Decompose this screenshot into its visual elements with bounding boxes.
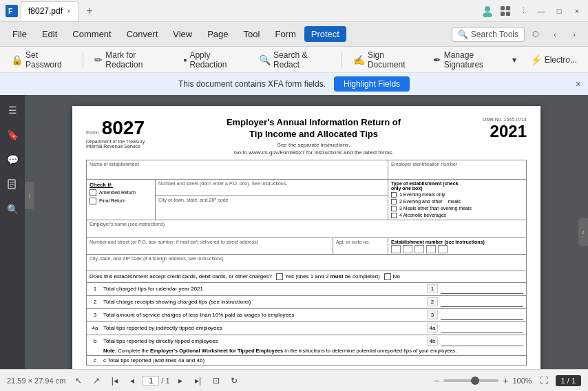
electronic-button[interactable]: ⚡ Electro... bbox=[525, 52, 582, 68]
back-icon[interactable]: ‹ bbox=[547, 26, 563, 43]
city-field[interactable] bbox=[158, 202, 385, 211]
navigation-controls: ↖ ↗ |◂ ◂ / 1 ▸ ▸| ⊡ ↻ bbox=[71, 373, 241, 388]
maximize-button[interactable]: □ bbox=[551, 3, 567, 19]
mailing-field[interactable] bbox=[90, 244, 330, 253]
zoom-level-label: 100% bbox=[512, 377, 532, 385]
menu-form[interactable]: Form bbox=[268, 26, 302, 42]
est-number-boxes[interactable] bbox=[391, 244, 523, 253]
line-4b-code: 4b bbox=[427, 337, 438, 346]
apt-field[interactable] bbox=[336, 244, 385, 253]
line-4a-row: 4a Total tips reported by indirectly tip… bbox=[87, 322, 526, 335]
menu-edit[interactable]: Edit bbox=[35, 26, 64, 42]
fullscreen-button[interactable]: ⛶ bbox=[536, 373, 552, 388]
line-1-row: 1 Total charged tips for calendar year 2… bbox=[87, 283, 526, 296]
est-type-label: Type of establishment (checkonly one box… bbox=[391, 181, 523, 191]
manage-signatures-button[interactable]: ✒ Manage Signatures ▾ bbox=[428, 47, 522, 72]
document-area: Form 8027 Department of the Treasury Int… bbox=[25, 95, 588, 369]
menu-file[interactable]: File bbox=[6, 26, 34, 42]
menu-view[interactable]: View bbox=[166, 26, 199, 42]
close-button[interactable]: × bbox=[569, 3, 585, 19]
employer-id-field[interactable] bbox=[391, 167, 523, 178]
sidebar-bookmark-icon[interactable]: 🔖 bbox=[3, 125, 22, 145]
sidebar-comment-icon[interactable]: 💬 bbox=[3, 150, 22, 169]
type-2-checkbox[interactable] bbox=[391, 199, 397, 204]
menu-convert[interactable]: Convert bbox=[120, 26, 165, 42]
yes-checkbox[interactable] bbox=[276, 273, 283, 280]
notification-close-button[interactable]: × bbox=[576, 78, 581, 89]
collapse-left-handle[interactable]: › bbox=[25, 182, 34, 209]
page-input[interactable] bbox=[143, 376, 159, 385]
type-3-checkbox[interactable] bbox=[391, 206, 397, 211]
zoom-in-button[interactable]: + bbox=[503, 375, 508, 386]
mark-redaction-button[interactable]: ✏ Mark for Redaction bbox=[89, 47, 175, 72]
share-icon[interactable]: ⬡ bbox=[527, 26, 544, 43]
highlight-fields-button[interactable]: Highlight Fields bbox=[334, 76, 410, 92]
employer-id-label: Employer identification number bbox=[391, 162, 523, 167]
electronic-icon: ⚡ bbox=[530, 54, 542, 65]
tab-close-button[interactable]: × bbox=[67, 8, 71, 15]
rotate-button[interactable]: ↻ bbox=[227, 373, 242, 388]
profile-icon[interactable] bbox=[479, 3, 496, 19]
arrow-tool[interactable]: ↗ bbox=[89, 373, 104, 388]
mailing-cell: Number and street (or P.O. box number, i… bbox=[87, 238, 333, 254]
sign-document-button[interactable]: ✍ Sign Document bbox=[348, 47, 425, 72]
more-options-icon[interactable]: ⋮ bbox=[515, 3, 532, 19]
menu-comment[interactable]: Comment bbox=[65, 26, 118, 42]
line-4b-row: b Total tips reported by directly tipped… bbox=[87, 335, 526, 356]
document-tab[interactable]: f8027.pdf × bbox=[21, 1, 78, 21]
line-4b-amount[interactable] bbox=[441, 337, 523, 346]
collapse-right-handle[interactable]: ‹ bbox=[578, 218, 588, 246]
window-controls: ⋮ — □ × bbox=[479, 3, 588, 19]
employer-name-field[interactable] bbox=[90, 226, 523, 236]
last-page-button[interactable]: ▸| bbox=[191, 373, 206, 388]
prev-page-button[interactable]: ◂ bbox=[125, 373, 140, 388]
form-header: Form 8027 Department of the Treasury Int… bbox=[86, 117, 527, 156]
menu-tool[interactable]: Tool bbox=[237, 26, 267, 42]
type-4-checkbox[interactable] bbox=[391, 213, 397, 218]
form-year-area: OMB No. 1545-0714 2021 bbox=[483, 117, 527, 141]
line-1-amount[interactable] bbox=[441, 284, 523, 294]
next-page-button[interactable]: ▸ bbox=[173, 373, 188, 388]
no-box: No bbox=[384, 273, 400, 280]
search-tools-button[interactable]: 🔍 Search Tools bbox=[452, 27, 525, 42]
apply-redaction-button[interactable]: ▪ Apply Redaction bbox=[178, 47, 251, 72]
search-redact-icon: 🔍 bbox=[259, 54, 271, 65]
menu-protect[interactable]: Protect bbox=[304, 26, 346, 42]
minimize-button[interactable]: — bbox=[533, 3, 549, 19]
sidebar-menu-icon[interactable]: ☰ bbox=[3, 101, 22, 120]
line-3-amount[interactable] bbox=[441, 310, 523, 320]
establishment-name-field[interactable] bbox=[90, 167, 385, 178]
sidebar-page-icon[interactable] bbox=[3, 175, 22, 194]
line-2-amount[interactable] bbox=[441, 297, 523, 307]
type-1-checkbox[interactable] bbox=[391, 192, 397, 198]
new-tab-button[interactable]: + bbox=[81, 3, 98, 19]
employer-name-row: Employer's name (see instructions) bbox=[87, 220, 526, 238]
apply-redaction-label: Apply Redaction bbox=[189, 50, 245, 70]
zoom-slider[interactable] bbox=[443, 379, 498, 382]
no-checkbox[interactable] bbox=[384, 273, 391, 280]
type-4-row: 4 Alcoholic beverages bbox=[391, 213, 523, 218]
est-number-cell: Establishment number (see instructions) bbox=[388, 238, 526, 254]
type-1-label: 1 Evening meals only bbox=[399, 192, 445, 197]
forward-icon[interactable]: › bbox=[566, 26, 582, 43]
extensions-icon[interactable] bbox=[497, 3, 514, 19]
final-return-checkbox[interactable] bbox=[90, 198, 96, 204]
search-redact-button[interactable]: 🔍 Search & Redact bbox=[253, 47, 336, 72]
cursor-tool[interactable]: ↖ bbox=[71, 373, 86, 388]
apply-icon: ▪ bbox=[183, 54, 187, 65]
city-state-field[interactable] bbox=[90, 261, 523, 269]
first-page-button[interactable]: |◂ bbox=[107, 373, 122, 388]
fit-page-button[interactable]: ⊡ bbox=[209, 373, 224, 388]
zoom-out-button[interactable]: − bbox=[434, 375, 439, 386]
set-password-button[interactable]: 🔒 Set Password bbox=[6, 47, 77, 72]
line-4a-amount[interactable] bbox=[441, 324, 523, 333]
credit-card-question: Does this establishment accept credit ca… bbox=[90, 273, 272, 279]
sidebar-search-icon[interactable]: 🔍 bbox=[3, 200, 22, 219]
amended-return-checkbox[interactable] bbox=[90, 189, 96, 196]
line-4a-num: 4a bbox=[90, 325, 101, 331]
employer-id-cell: Employer identification number bbox=[388, 160, 526, 179]
street-field[interactable] bbox=[158, 186, 385, 194]
menu-page[interactable]: Page bbox=[200, 26, 235, 42]
line-4a-desc: Total tips reported by indirectly tipped… bbox=[103, 325, 424, 331]
search-tools-icon: 🔍 bbox=[458, 30, 468, 39]
